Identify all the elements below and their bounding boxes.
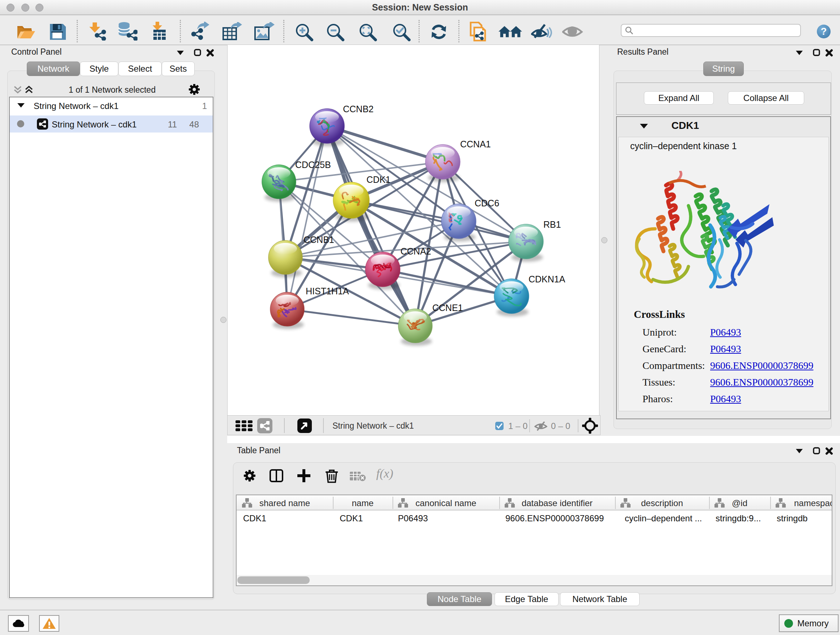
- svg-text:CDKN1A: CDKN1A: [529, 274, 565, 284]
- svg-text:HIST1H1A: HIST1H1A: [306, 286, 349, 296]
- svg-text:CDC25B: CDC25B: [295, 160, 331, 170]
- svg-text:CDK1: CDK1: [366, 174, 391, 185]
- svg-text:CDC6: CDC6: [475, 198, 499, 208]
- svg-text:CCNE1: CCNE1: [432, 302, 463, 313]
- svg-text:RB1: RB1: [543, 219, 561, 230]
- svg-text:CCNB2: CCNB2: [343, 104, 374, 114]
- svg-text:CCNB1: CCNB1: [303, 234, 334, 245]
- svg-text:CCNA1: CCNA1: [460, 139, 491, 149]
- svg-text:CCNA2: CCNA2: [401, 246, 431, 256]
